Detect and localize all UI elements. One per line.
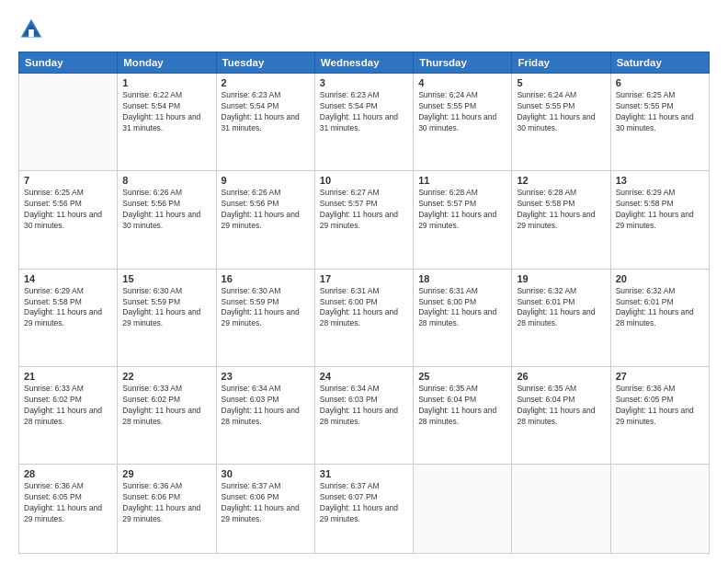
day-number: 2 <box>222 77 310 88</box>
calendar-cell: 11Sunrise: 6:28 AMSunset: 5:57 PMDayligh… <box>414 171 512 269</box>
calendar-week-1: 1Sunrise: 6:22 AMSunset: 5:54 PMDaylight… <box>19 74 710 171</box>
day-number: 19 <box>517 273 605 284</box>
day-info: Sunrise: 6:30 AMSunset: 5:59 PMDaylight:… <box>222 286 310 330</box>
day-number: 28 <box>24 468 112 479</box>
weekday-header-wednesday: Wednesday <box>314 52 413 74</box>
calendar-cell: 7Sunrise: 6:25 AMSunset: 5:56 PMDaylight… <box>19 171 118 269</box>
calendar-cell: 1Sunrise: 6:22 AMSunset: 5:54 PMDaylight… <box>118 74 216 171</box>
day-info: Sunrise: 6:32 AMSunset: 6:01 PMDaylight:… <box>517 286 605 330</box>
day-info: Sunrise: 6:31 AMSunset: 6:00 PMDaylight:… <box>320 286 408 330</box>
day-info: Sunrise: 6:28 AMSunset: 5:58 PMDaylight:… <box>517 188 605 232</box>
calendar-week-5: 28Sunrise: 6:36 AMSunset: 6:05 PMDayligh… <box>19 465 710 554</box>
calendar-cell: 13Sunrise: 6:29 AMSunset: 5:58 PMDayligh… <box>610 171 709 269</box>
weekday-header-monday: Monday <box>118 52 216 74</box>
day-number: 15 <box>122 273 210 284</box>
calendar-cell: 16Sunrise: 6:30 AMSunset: 5:59 PMDayligh… <box>216 269 314 366</box>
day-info: Sunrise: 6:25 AMSunset: 5:56 PMDaylight:… <box>24 188 112 232</box>
day-info: Sunrise: 6:36 AMSunset: 6:05 PMDaylight:… <box>24 481 112 525</box>
calendar-cell: 12Sunrise: 6:28 AMSunset: 5:58 PMDayligh… <box>512 171 610 269</box>
day-number: 23 <box>222 371 310 382</box>
day-number: 21 <box>24 371 112 382</box>
day-number: 27 <box>616 371 704 382</box>
calendar-cell: 25Sunrise: 6:35 AMSunset: 6:04 PMDayligh… <box>414 366 512 464</box>
day-number: 22 <box>122 371 210 382</box>
calendar-cell <box>414 465 512 554</box>
day-number: 25 <box>418 371 506 382</box>
day-info: Sunrise: 6:25 AMSunset: 5:55 PMDaylight:… <box>616 90 704 134</box>
day-number: 11 <box>418 175 506 186</box>
calendar-cell: 23Sunrise: 6:34 AMSunset: 6:03 PMDayligh… <box>216 366 314 464</box>
calendar-cell <box>512 465 610 554</box>
calendar-cell: 9Sunrise: 6:26 AMSunset: 5:56 PMDaylight… <box>216 171 314 269</box>
day-number: 8 <box>122 175 210 186</box>
calendar-cell: 21Sunrise: 6:33 AMSunset: 6:02 PMDayligh… <box>19 366 118 464</box>
day-number: 14 <box>24 273 112 284</box>
day-number: 9 <box>222 175 310 186</box>
day-info: Sunrise: 6:35 AMSunset: 6:04 PMDaylight:… <box>418 384 506 428</box>
day-info: Sunrise: 6:26 AMSunset: 5:56 PMDaylight:… <box>122 188 210 232</box>
calendar-table: SundayMondayTuesdayWednesdayThursdayFrid… <box>18 52 710 554</box>
day-number: 24 <box>320 371 408 382</box>
calendar-cell: 19Sunrise: 6:32 AMSunset: 6:01 PMDayligh… <box>512 269 610 366</box>
weekday-header-friday: Friday <box>512 52 610 74</box>
weekday-header-sunday: Sunday <box>19 52 118 74</box>
calendar-cell: 28Sunrise: 6:36 AMSunset: 6:05 PMDayligh… <box>19 465 118 554</box>
calendar-cell: 30Sunrise: 6:37 AMSunset: 6:06 PMDayligh… <box>216 465 314 554</box>
day-info: Sunrise: 6:23 AMSunset: 5:54 PMDaylight:… <box>320 90 408 134</box>
day-info: Sunrise: 6:28 AMSunset: 5:57 PMDaylight:… <box>418 188 506 232</box>
day-number: 13 <box>616 175 704 186</box>
weekday-header-thursday: Thursday <box>414 52 512 74</box>
calendar-cell: 27Sunrise: 6:36 AMSunset: 6:05 PMDayligh… <box>610 366 709 464</box>
calendar-week-2: 7Sunrise: 6:25 AMSunset: 5:56 PMDaylight… <box>19 171 710 269</box>
day-number: 5 <box>517 77 605 88</box>
day-number: 26 <box>517 371 605 382</box>
calendar-cell: 18Sunrise: 6:31 AMSunset: 6:00 PMDayligh… <box>414 269 512 366</box>
calendar-cell: 10Sunrise: 6:27 AMSunset: 5:57 PMDayligh… <box>314 171 413 269</box>
day-info: Sunrise: 6:36 AMSunset: 6:05 PMDaylight:… <box>616 384 704 428</box>
day-info: Sunrise: 6:37 AMSunset: 6:07 PMDaylight:… <box>320 481 408 525</box>
calendar-cell <box>19 74 118 171</box>
day-info: Sunrise: 6:33 AMSunset: 6:02 PMDaylight:… <box>24 384 112 428</box>
day-number: 7 <box>24 175 112 186</box>
day-info: Sunrise: 6:23 AMSunset: 5:54 PMDaylight:… <box>222 90 310 134</box>
day-number: 1 <box>122 77 210 88</box>
calendar-cell <box>610 465 709 554</box>
calendar-cell: 14Sunrise: 6:29 AMSunset: 5:58 PMDayligh… <box>19 269 118 366</box>
day-info: Sunrise: 6:34 AMSunset: 6:03 PMDaylight:… <box>222 384 310 428</box>
day-info: Sunrise: 6:36 AMSunset: 6:06 PMDaylight:… <box>122 481 210 525</box>
day-info: Sunrise: 6:30 AMSunset: 5:59 PMDaylight:… <box>122 286 210 330</box>
day-number: 16 <box>222 273 310 284</box>
calendar-cell: 17Sunrise: 6:31 AMSunset: 6:00 PMDayligh… <box>314 269 413 366</box>
logo-icon <box>18 17 44 42</box>
day-number: 31 <box>320 468 408 479</box>
calendar-cell: 4Sunrise: 6:24 AMSunset: 5:55 PMDaylight… <box>414 74 512 171</box>
day-number: 20 <box>616 273 704 284</box>
calendar-week-3: 14Sunrise: 6:29 AMSunset: 5:58 PMDayligh… <box>19 269 710 366</box>
calendar-cell: 29Sunrise: 6:36 AMSunset: 6:06 PMDayligh… <box>118 465 216 554</box>
day-number: 10 <box>320 175 408 186</box>
calendar-cell: 2Sunrise: 6:23 AMSunset: 5:54 PMDaylight… <box>216 74 314 171</box>
day-info: Sunrise: 6:35 AMSunset: 6:04 PMDaylight:… <box>517 384 605 428</box>
calendar-cell: 6Sunrise: 6:25 AMSunset: 5:55 PMDaylight… <box>610 74 709 171</box>
day-number: 30 <box>222 468 310 479</box>
calendar-cell: 8Sunrise: 6:26 AMSunset: 5:56 PMDaylight… <box>118 171 216 269</box>
logo <box>18 17 48 42</box>
calendar-cell: 5Sunrise: 6:24 AMSunset: 5:55 PMDaylight… <box>512 74 610 171</box>
day-info: Sunrise: 6:31 AMSunset: 6:00 PMDaylight:… <box>418 286 506 330</box>
header <box>18 17 710 42</box>
day-number: 18 <box>418 273 506 284</box>
day-info: Sunrise: 6:27 AMSunset: 5:57 PMDaylight:… <box>320 188 408 232</box>
day-info: Sunrise: 6:34 AMSunset: 6:03 PMDaylight:… <box>320 384 408 428</box>
day-info: Sunrise: 6:37 AMSunset: 6:06 PMDaylight:… <box>222 481 310 525</box>
day-number: 3 <box>320 77 408 88</box>
day-number: 29 <box>122 468 210 479</box>
day-number: 12 <box>517 175 605 186</box>
weekday-header-tuesday: Tuesday <box>216 52 314 74</box>
calendar-cell: 24Sunrise: 6:34 AMSunset: 6:03 PMDayligh… <box>314 366 413 464</box>
day-info: Sunrise: 6:22 AMSunset: 5:54 PMDaylight:… <box>122 90 210 134</box>
day-info: Sunrise: 6:29 AMSunset: 5:58 PMDaylight:… <box>616 188 704 232</box>
calendar-cell: 22Sunrise: 6:33 AMSunset: 6:02 PMDayligh… <box>118 366 216 464</box>
calendar-cell: 26Sunrise: 6:35 AMSunset: 6:04 PMDayligh… <box>512 366 610 464</box>
day-info: Sunrise: 6:24 AMSunset: 5:55 PMDaylight:… <box>418 90 506 134</box>
day-info: Sunrise: 6:33 AMSunset: 6:02 PMDaylight:… <box>122 384 210 428</box>
